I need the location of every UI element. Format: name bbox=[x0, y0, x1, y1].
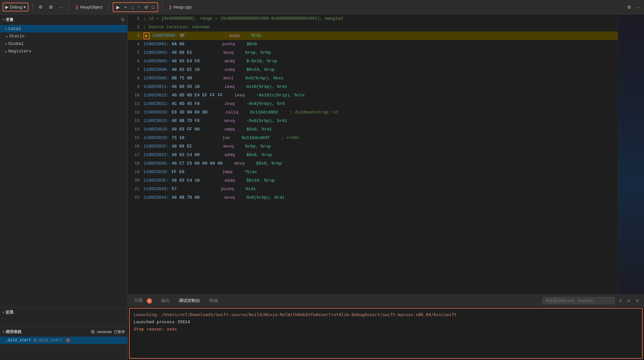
watch-section: 监视 bbox=[0, 308, 127, 327]
bottom-filter-area: ≡ ∧ ✕ bbox=[542, 297, 641, 304]
attach-button[interactable]: ⊞ bbox=[47, 3, 55, 11]
code-line-18: 18 110DCD036: 48 C7 C5 00 00 00 00 movq … bbox=[128, 159, 618, 168]
step-over-button[interactable]: ⤷ bbox=[122, 4, 129, 11]
line-content-17: 110DCD032: 48 83 C4 08 addq $0x8, %rsp bbox=[143, 151, 615, 159]
code-line-4: 4 110DCD001: 6A 00 pushq $0x0 bbox=[128, 40, 618, 49]
callstack-item-dyld-start[interactable]: _dyld_start @_dyld_start 3 bbox=[0, 337, 127, 344]
code-line-2: 2 ; Source location: unknown bbox=[128, 23, 618, 31]
toolbar-more-button[interactable]: ··· bbox=[634, 3, 641, 11]
code-line-22: 22 110DCD044: 48 8B 7D 08 movq 0x8(%rbp)… bbox=[128, 193, 618, 202]
problems-label: 问题 bbox=[134, 298, 143, 303]
line-content-12: 110DCD020: E8 3D 00 00 00 callq 0x110dcd… bbox=[143, 108, 615, 117]
line-content-1: ; id = {0x000000000}, range = [0x0000000… bbox=[143, 14, 615, 23]
code-line-19: 19 110DCD03D: FF E0 jmpq *%rax bbox=[128, 168, 618, 176]
line-content-7: 110DCD00A: 48 83 EC 10 subq $0x10, %rsp bbox=[143, 66, 615, 74]
code-container: 1 ; id = {0x000000000}, range = [0x00000… bbox=[128, 14, 644, 294]
callstack-header[interactable]: 调用堆栈 因 UNKNOWN 已暂停 bbox=[0, 327, 127, 337]
list-view-button[interactable]: ≡ bbox=[617, 297, 624, 304]
terminal-error-text: Stop reason: exec bbox=[134, 327, 177, 331]
stop-button[interactable]: □ bbox=[150, 4, 156, 11]
heap-tab-label: HeapObject bbox=[80, 5, 103, 10]
tree-item-global[interactable]: Global bbox=[0, 40, 127, 48]
code-line-13: 13 110DCD025: 48 8B 7D F8 movq -0x8(%rbp… bbox=[128, 117, 618, 125]
line-content-3: 110DCD000: 5F popq %rdi bbox=[152, 31, 615, 40]
variables-header[interactable]: 变量 ⧉ bbox=[0, 14, 127, 25]
dropdown-icon: ▾ bbox=[24, 5, 26, 10]
split-editor-button[interactable]: ⧉ bbox=[626, 3, 633, 11]
more-button[interactable]: ··· bbox=[57, 3, 65, 11]
tab-problems[interactable]: 问题 1 bbox=[130, 295, 156, 306]
line-num-12: 12 bbox=[130, 108, 143, 117]
chevron-down-callstack-icon bbox=[3, 330, 4, 334]
line-content-2: ; Source location: unknown bbox=[143, 23, 615, 31]
tab-terminal[interactable]: 终端 bbox=[205, 296, 222, 306]
variables-label: 变量 bbox=[6, 17, 13, 23]
code-line-5: 5 110DCD003: 48 89 E5 movq %rsp, %rbp bbox=[128, 49, 618, 57]
play-icon: ▶ bbox=[5, 5, 9, 10]
heap-tab-button[interactable]: ❯ HeapObject bbox=[73, 3, 104, 11]
bottom-tabs-bar: 问题 1 输出 调试控制台 终端 ≡ bbox=[128, 295, 644, 307]
filter-input[interactable] bbox=[542, 297, 615, 304]
line-content-6: 110DCD006: 48 83 E4 F0 andq $-0x10, %rsp bbox=[143, 57, 615, 66]
terminal-line-2: Launched process 35614 bbox=[134, 318, 638, 326]
separator-1 bbox=[32, 3, 33, 11]
toolbar: ▶ Debug ▾ ⚙ ⊞ ··· ❯ HeapObject ▶ ⤷ ↓ ↑ ↺… bbox=[0, 0, 644, 14]
problems-badge: 1 bbox=[147, 298, 152, 304]
line-content-22: 110DCD044: 48 8B 7D 08 movq 0x8(%rbp), %… bbox=[143, 193, 615, 202]
step-out-button[interactable]: ↑ bbox=[136, 4, 142, 11]
debug-controls-group: ▶ ⤷ ↓ ↑ ↺ □ bbox=[113, 2, 158, 12]
code-line-8: 8 110DCD00E: 8B 75 08 movl 0x8(%rbp), %e… bbox=[128, 74, 618, 83]
restart-button[interactable]: ↺ bbox=[142, 4, 150, 11]
line-num-7: 7 bbox=[130, 66, 143, 74]
chevron-down-local-icon bbox=[5, 26, 7, 31]
variables-section: 变量 ⧉ Local Static Global Registers bbox=[0, 14, 127, 308]
attach-icon: ⊞ bbox=[49, 5, 53, 10]
heap-cpp-tab[interactable]: ❯ Heap.cpp bbox=[166, 3, 194, 11]
variables-copy-button[interactable]: ⧉ bbox=[121, 16, 125, 23]
separator-3 bbox=[108, 3, 109, 11]
scroll-up-button[interactable]: ∧ bbox=[625, 297, 632, 304]
tab-debug-console[interactable]: 调试控制台 bbox=[175, 296, 204, 306]
tree-item-registers[interactable]: Registers bbox=[0, 48, 127, 55]
terminal-output: Launching: /Users/nsf/Downloads/swift-so… bbox=[129, 308, 643, 359]
chevron-down-icon bbox=[3, 17, 4, 22]
main-content: 变量 ⧉ Local Static Global Registers bbox=[0, 14, 644, 360]
terminal-path-text: Launching: /Users/nsf/Downloads/swift-so… bbox=[134, 312, 457, 317]
line-content-19: 110DCD03D: FF E0 jmpq *%rax bbox=[143, 168, 615, 176]
code-line-10: 10 110DCD015: 48 8D 0D E4 EF FF FF leaq … bbox=[128, 91, 618, 100]
bottom-actions: ≡ ∧ ✕ bbox=[617, 297, 641, 304]
line-num-8: 8 bbox=[130, 74, 143, 83]
line-num-6: 6 bbox=[130, 57, 143, 66]
run-button[interactable]: ▶ Debug ▾ bbox=[3, 3, 28, 11]
separator-2 bbox=[69, 3, 69, 11]
watch-header[interactable]: 监视 bbox=[0, 308, 127, 317]
tree-item-local[interactable]: Local bbox=[0, 25, 127, 32]
continue-button[interactable]: ▶ bbox=[115, 4, 122, 11]
line-content-21: 110DCD043: 57 pushq %rdi bbox=[143, 185, 615, 193]
static-label: Static bbox=[9, 34, 25, 39]
watch-label: 监视 bbox=[6, 310, 13, 315]
chevron-right-registers-icon bbox=[5, 49, 7, 54]
global-label: Global bbox=[8, 41, 24, 46]
code-line-1: 1 ; id = {0x000000000}, range = [0x00000… bbox=[128, 14, 618, 23]
gear-icon: ⚙ bbox=[39, 5, 43, 10]
code-line-12: 12 110DCD020: E8 3D 00 00 00 callq 0x110… bbox=[128, 108, 618, 117]
line-content-10: 110DCD015: 48 8D 0D E4 EF FF FF leaq -0x… bbox=[143, 91, 615, 100]
chevron-down-watch-icon bbox=[3, 310, 4, 315]
settings-button[interactable]: ⚙ bbox=[37, 3, 45, 11]
callstack-status: 因 UNKNOWN 已暂停 bbox=[91, 330, 125, 334]
tree-item-static[interactable]: Static bbox=[0, 32, 127, 40]
close-panel-button[interactable]: ✕ bbox=[634, 297, 641, 304]
line-num-19: 19 bbox=[130, 168, 143, 176]
heap-cpp-label: Heap.cpp bbox=[173, 5, 192, 10]
line-num-10: 10 bbox=[130, 91, 143, 100]
callstack-section: 调用堆栈 因 UNKNOWN 已暂停 _dyld_start @_dyld_st… bbox=[0, 327, 127, 360]
tab-output[interactable]: 输出 bbox=[157, 296, 174, 306]
line-num-20: 20 bbox=[130, 176, 143, 185]
line-num-11: 11 bbox=[130, 100, 143, 108]
line-num-16: 16 bbox=[130, 142, 143, 151]
code-line-11: 11 110DCD01C: 4C 8D 45 F8 leaq -0x8(%rbp… bbox=[128, 100, 618, 108]
ellipsis2-icon: ··· bbox=[636, 5, 639, 10]
step-into-button[interactable]: ↓ bbox=[130, 4, 136, 11]
code-line-3: 3 ▶ 110DCD000: 5F popq %rdi bbox=[128, 31, 618, 40]
